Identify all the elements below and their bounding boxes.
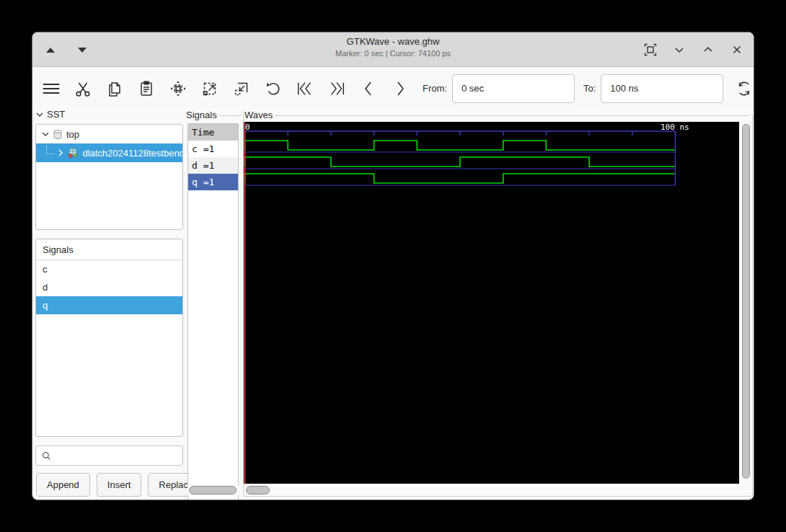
clipboard-icon [137, 79, 156, 98]
toolbar: From: To: [32, 68, 754, 109]
zoom-fit-button[interactable] [169, 79, 187, 98]
time-header-row[interactable]: Time [188, 124, 238, 141]
skip-to-start-icon [296, 79, 314, 98]
from-input[interactable] [452, 74, 575, 103]
frame-line [219, 115, 241, 116]
close-icon [731, 44, 743, 56]
signal-names-panel: Time c =1 d =1 q =1 [187, 123, 239, 500]
copy-button[interactable] [105, 79, 124, 98]
fit-window-icon [644, 43, 657, 56]
paste-button[interactable] [137, 79, 156, 98]
tree-row-dlatch[interactable]: dlatch20241128testbench [36, 143, 182, 162]
frame-line [275, 115, 749, 116]
undo-button[interactable] [264, 79, 283, 98]
minimize-button[interactable] [671, 42, 687, 58]
step-back-button[interactable] [359, 79, 378, 98]
scrollbar-thumb[interactable] [189, 486, 237, 495]
tree-guide-line [46, 146, 54, 154]
timeline-start-label: 0 [245, 123, 250, 132]
zoom-fit-icon [169, 79, 187, 98]
waves-h-scrollbar[interactable] [244, 485, 739, 495]
to-label: To: [583, 83, 596, 94]
database-icon [53, 129, 63, 140]
signal-value-row-d[interactable]: d =1 [188, 157, 238, 174]
chevron-down-icon[interactable] [40, 130, 50, 138]
search-input[interactable] [56, 446, 182, 465]
zoom-out-button[interactable] [232, 79, 251, 98]
timeline-end-label: 100 ns [661, 123, 689, 132]
signal-item-q[interactable]: q [36, 296, 182, 314]
waves-v-scrollbar[interactable] [741, 122, 752, 484]
close-button[interactable] [729, 42, 745, 58]
fit-window-button[interactable] [643, 42, 658, 58]
wave-svg [244, 122, 739, 484]
names-h-scrollbar[interactable] [187, 485, 239, 495]
signal-item-d[interactable]: d [36, 278, 182, 296]
sst-tree: top dlatch20241128testbench [35, 124, 183, 230]
gtkwave-window: GTKWave - wave.ghw Marker: 0 sec | Curso… [32, 32, 754, 500]
skip-start-button[interactable] [296, 79, 314, 98]
signal-search[interactable] [35, 445, 183, 466]
maximize-button[interactable] [700, 42, 716, 58]
chevron-up-icon [702, 44, 714, 56]
wave-canvas[interactable]: 0 100 ns [244, 122, 739, 484]
step-forward-button[interactable] [391, 79, 410, 98]
insert-button[interactable]: Insert [97, 473, 142, 497]
reload-icon [735, 79, 754, 99]
search-icon [42, 451, 51, 461]
signal-value-row-c[interactable]: c =1 [188, 141, 238, 157]
zoom-in-icon [200, 79, 219, 98]
tree-label: dlatch20241128testbench [82, 148, 182, 159]
sst-expander[interactable]: SST [35, 109, 65, 120]
chevron-right-icon [391, 79, 410, 98]
scrollbar-thumb[interactable] [246, 486, 270, 495]
menu-button[interactable] [42, 79, 61, 98]
module-icon [67, 147, 79, 159]
undo-icon [264, 79, 283, 98]
cut-button[interactable] [74, 79, 92, 98]
copy-icon [105, 79, 124, 98]
from-label: From: [423, 83, 447, 94]
scissors-icon [74, 79, 92, 98]
hamburger-menu-icon [42, 79, 61, 98]
signal-browser: Signals c d q [35, 239, 183, 437]
tree-row-top[interactable]: top [36, 125, 182, 143]
signal-value-row-q[interactable]: q =1 [188, 174, 238, 190]
to-input[interactable] [601, 74, 723, 103]
signals-panel-label: Signals [186, 110, 217, 120]
reload-button[interactable] [735, 79, 754, 98]
skip-to-end-icon [327, 79, 346, 98]
zoom-in-button[interactable] [200, 79, 219, 98]
chevron-left-icon [359, 79, 378, 98]
zoom-out-icon [232, 79, 251, 98]
chevron-down-icon [35, 110, 44, 119]
waves-panel-label: Waves [244, 110, 273, 120]
tree-label: top [66, 129, 79, 140]
chevron-down-icon [674, 44, 685, 56]
skip-end-button[interactable] [327, 79, 346, 98]
chevron-right-icon[interactable] [56, 148, 65, 157]
sst-label: SST [47, 109, 65, 120]
scrollbar-thumb[interactable] [742, 124, 750, 479]
signal-browser-header: Signals [36, 239, 182, 260]
signal-item-c[interactable]: c [36, 260, 182, 278]
titlebar[interactable]: GTKWave - wave.ghw Marker: 0 sec | Curso… [32, 32, 754, 67]
append-button[interactable]: Append [36, 473, 90, 497]
